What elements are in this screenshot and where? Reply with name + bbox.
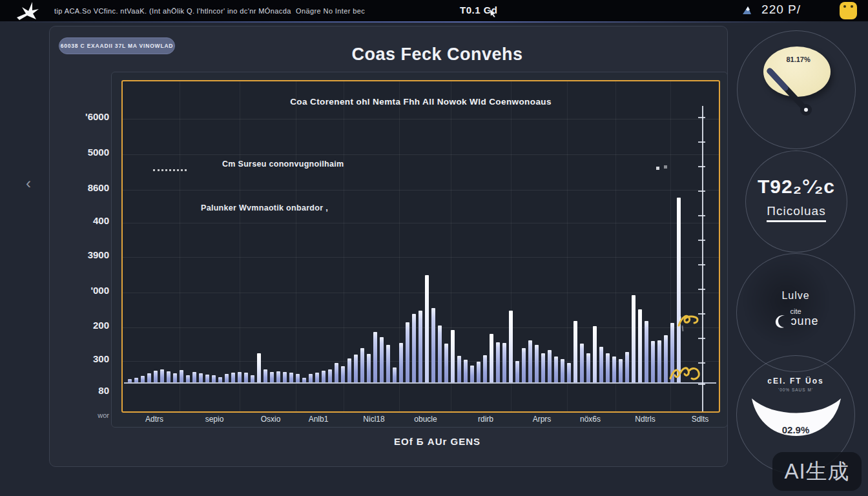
mountain-icon [742,5,756,15]
bar [535,345,539,382]
avatar[interactable] [840,2,857,19]
bar [192,372,196,382]
gridline [123,154,719,155]
watermark-badge: AI生成 [772,452,862,491]
bar [251,375,254,382]
y-axis-tick-label: '6000 [85,111,109,122]
bar [134,378,138,382]
bar [496,342,500,382]
bar [464,360,468,382]
bar [173,373,177,382]
bar [367,354,371,382]
bar [522,348,526,382]
x-axis-tick-label: Arprs [533,415,552,424]
gauge-status-line3: ɔune [790,315,818,328]
axis-tick [698,338,705,339]
bar [341,366,345,382]
bar [380,337,384,382]
bar [451,330,455,382]
bar [238,372,242,382]
legend-marker-icon [664,165,667,169]
bar [154,371,158,382]
bar [477,362,480,382]
y-axis-tick-label: 200 [93,320,109,331]
legend-item-1[interactable]: Cm Surseu cononvugnoilhaim [222,160,344,169]
nav-links-left[interactable]: tip ACA.So VCfinc. ntVaaK. (Int ahÖlik Q… [54,7,291,15]
bar [657,340,661,382]
bar [574,321,577,382]
back-chevron-icon[interactable]: ‹ [26,176,31,191]
bar [276,371,280,382]
y-axis-labels: '6000500086004003900'00020030080wor [78,79,109,428]
avatar-eye-icon [843,5,846,8]
bar [431,308,435,382]
axis-tick [698,384,705,385]
axis-tick [698,141,705,143]
x-axis-tick-label: Anlb1 [309,415,329,424]
bar [199,373,203,382]
bar [335,363,338,382]
bar [645,321,648,382]
chart-frame: Coa Ctorenent ohl Nemta Fhh All Nowok Wl… [121,80,720,413]
bar [502,343,506,382]
bar [147,373,151,382]
navbar-accent-divider [0,21,868,23]
bar [244,373,248,382]
bar [302,378,306,382]
bar [586,353,590,382]
bar [386,345,390,382]
brand-logo-icon[interactable] [13,1,41,21]
y-axis-tick-label: 80 [98,385,109,396]
bar [328,369,332,382]
x-axis-tick-label: rdirb [478,415,493,424]
axis-tick [698,117,705,118]
bar [315,373,319,382]
x-axis-tick-label: Sdlts [692,415,709,424]
bar [554,356,558,382]
avatar-eye-icon [851,5,853,8]
x-axis-tick-label: Ndtrls [635,415,655,424]
bar [231,373,235,382]
secondary-y-axis [702,106,703,411]
bar [612,356,616,382]
y-axis-tick-label: 3900 [88,249,109,260]
bar [406,322,409,382]
nav-stat-value: 220 P/ [761,3,801,17]
bar [425,275,429,382]
bar [664,335,668,382]
x-axis-tick-label: sepio [205,415,224,424]
y-axis-tick-label: 8600 [88,182,109,193]
y-axis-tick-label: 5000 [88,147,109,158]
legend-dotted-line-sample [153,169,187,171]
axis-tick [698,289,705,290]
gauge-needle-icon [760,65,837,136]
bar [509,311,513,382]
top-navbar: tip ACA.So VCfinc. ntVaaK. (Int ahÖlik Q… [0,0,868,21]
x-axis-tick-label: obucle [414,415,437,424]
bar [515,361,519,382]
bar [264,369,267,382]
gauge-moon-value: 02.9% [782,424,810,435]
bar [638,309,642,382]
gauge-dial: 81.17% [737,30,856,149]
bar [167,371,170,382]
axis-tick [698,240,705,241]
x-axis-tick-label: Osxio [261,415,281,424]
bar [470,366,474,382]
gauge-temperature-label: Πcicoluas [767,204,825,222]
y-axis-tick-label: '000 [90,285,109,296]
bar [567,363,571,382]
axis-tick [698,215,705,216]
header-action-button[interactable]: 60038 C EXAADII 37L MA VINOWLAD [59,37,175,54]
bar [373,332,377,382]
gauge-dial-value: 81.17% [786,56,810,63]
gauge-temperature-value: T92₂°⁄₂c [746,176,847,198]
nav-links-middle[interactable]: Onägre No Inter bec [296,7,365,15]
bar [141,376,145,382]
bar [418,311,422,382]
x-axis-labels: AdtrssepioOsxioAnlb1Nicl18obuclerdirbArp… [121,415,720,428]
bars [128,198,681,382]
x-axis-tick-label: Nicl18 [363,415,384,424]
x-axis-tick-label: nöx6s [580,415,601,424]
gauge-status: Lulve cite ɔune [736,253,855,372]
